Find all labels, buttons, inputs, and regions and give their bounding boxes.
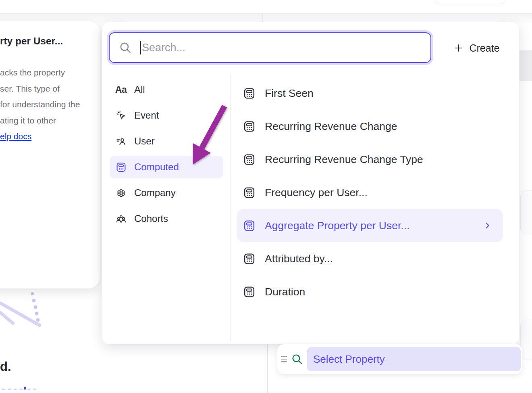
property-item-label: Attributed by... bbox=[265, 253, 333, 265]
text-format-icon: Aa bbox=[115, 84, 127, 95]
property-item-frequency-per-user[interactable]: Frequency per User... bbox=[237, 176, 503, 209]
property-selector-modal: Create Aa All Event bbox=[102, 22, 519, 344]
sidebar-item-company[interactable]: Company bbox=[110, 182, 223, 204]
tooltip-title: rty per User... bbox=[0, 36, 100, 47]
sidebar-item-event[interactable]: Event bbox=[110, 104, 223, 127]
property-tooltip-card: rty per User... acks the property ser. T… bbox=[0, 21, 100, 288]
user-list-icon bbox=[115, 136, 127, 147]
create-button[interactable]: Create bbox=[443, 38, 511, 58]
background-divider-vertical-bottom bbox=[267, 344, 268, 393]
calculator-icon bbox=[243, 219, 256, 232]
create-button-label: Create bbox=[469, 42, 499, 54]
select-property-button[interactable]: Select Property bbox=[307, 347, 521, 371]
calculator-icon bbox=[243, 186, 256, 199]
property-item-label: Frequency per User... bbox=[265, 186, 368, 199]
background-ghost-card bbox=[520, 320, 532, 360]
sidebar-item-label: Computed bbox=[134, 161, 179, 173]
property-item-label: First Seen bbox=[265, 87, 314, 100]
background-divider-vertical-top bbox=[262, 13, 263, 22]
property-item-label: Recurring Revenue Change bbox=[265, 120, 397, 133]
sidebar-item-all[interactable]: Aa All bbox=[110, 78, 223, 101]
property-item-label: Recurring Revenue Change Type bbox=[265, 153, 423, 166]
category-sidebar: Aa All Event bbox=[110, 78, 223, 230]
help-docs-link[interactable]: elp docs bbox=[0, 132, 31, 141]
search-field[interactable] bbox=[109, 32, 431, 63]
sidebar-item-label: Event bbox=[134, 110, 159, 121]
chevron-right-icon bbox=[483, 221, 492, 230]
property-list: First Seen Recurring Revenue Change bbox=[237, 77, 503, 308]
calculator-icon bbox=[243, 286, 256, 298]
modal-column-divider bbox=[230, 74, 231, 341]
event-cursor-icon bbox=[115, 110, 127, 121]
calculator-icon bbox=[243, 120, 256, 133]
property-item-recurring-revenue-change[interactable]: Recurring Revenue Change bbox=[237, 110, 503, 143]
tooltip-body-line: ser. This type of bbox=[0, 81, 100, 97]
property-item-aggregate-property-per-user[interactable]: Aggregate Property per User... bbox=[237, 209, 503, 242]
background-ghost-card bbox=[520, 190, 532, 234]
tooltip-body-line: for understanding the bbox=[0, 96, 100, 113]
tooltip-body: acks the property ser. This type of for … bbox=[0, 65, 100, 144]
green-search-icon bbox=[291, 353, 303, 366]
sidebar-item-cohorts[interactable]: Cohorts bbox=[110, 207, 223, 230]
background-heading-fragment: d. bbox=[0, 360, 11, 374]
calculator-icon bbox=[243, 253, 256, 265]
sidebar-item-label: Company bbox=[134, 187, 176, 199]
sidebar-item-label: All bbox=[134, 84, 145, 95]
search-icon bbox=[118, 41, 132, 54]
plus-icon bbox=[454, 43, 463, 53]
background-cutoff-button bbox=[434, 0, 506, 4]
property-item-first-seen[interactable]: First Seen bbox=[237, 77, 503, 110]
tooltip-body-line: ating it to other bbox=[0, 113, 100, 129]
property-item-duration[interactable]: Duration bbox=[237, 275, 503, 308]
calculator-icon bbox=[115, 162, 127, 173]
property-item-attributed-by[interactable]: Attributed by... bbox=[237, 242, 503, 275]
background-gray-block bbox=[520, 50, 532, 81]
text-cursor bbox=[140, 41, 141, 54]
sidebar-item-computed[interactable]: Computed bbox=[110, 156, 223, 178]
property-item-label: Duration bbox=[265, 286, 305, 298]
company-cluster-icon bbox=[115, 188, 127, 199]
property-item-recurring-revenue-change-type[interactable]: Recurring Revenue Change Type bbox=[237, 143, 503, 176]
drag-handle-icon[interactable] bbox=[281, 356, 287, 362]
select-property-label: Select Property bbox=[313, 353, 385, 366]
property-item-label: Aggregate Property per User... bbox=[265, 219, 409, 232]
sidebar-item-label: Cohorts bbox=[134, 213, 168, 224]
sidebar-item-label: User bbox=[134, 136, 155, 147]
property-field-card: Select Property bbox=[277, 344, 522, 374]
cohorts-people-icon bbox=[115, 213, 127, 224]
search-input[interactable] bbox=[142, 36, 430, 60]
sidebar-item-user[interactable]: User bbox=[110, 130, 223, 153]
tooltip-body-line: acks the property bbox=[0, 65, 100, 81]
calculator-icon bbox=[243, 87, 256, 100]
calculator-icon bbox=[243, 153, 256, 166]
